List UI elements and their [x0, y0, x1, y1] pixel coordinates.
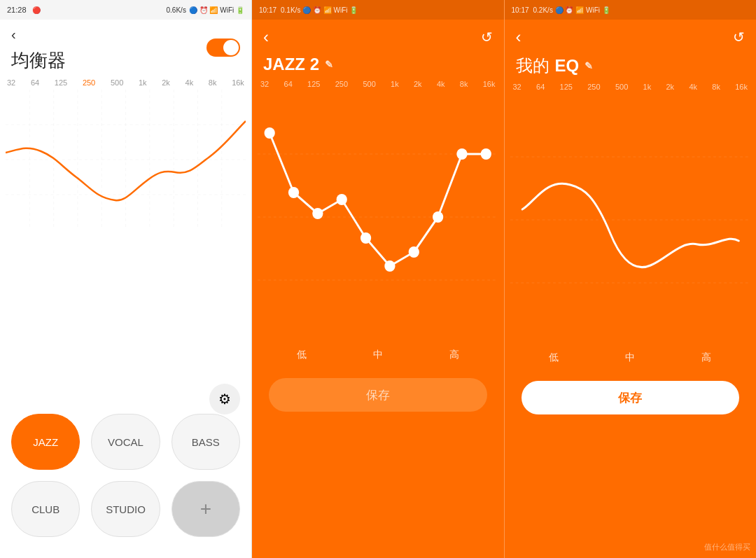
header-3: ‹ ↺ — [505, 20, 757, 55]
equalizer-toggle[interactable] — [206, 39, 240, 57]
panel-my-eq: 10:17 0.2K/s 🔵 ⏰ 📶 WiFi 🔋 ‹ ↺ 我的 EQ ✎ 32… — [505, 0, 757, 558]
reset-button-2[interactable]: ↺ — [481, 29, 493, 46]
preset-add[interactable]: + — [172, 481, 240, 537]
bottom-labels-3: 低 中 高 — [505, 346, 757, 370]
svg-point-19 — [360, 232, 371, 244]
status-network-1: 0.6K/s — [167, 6, 186, 14]
status-bar-1: 21:28 🔴 0.6K/s 🔵 ⏰ 📶 WiFi 🔋 — [0, 0, 251, 20]
eq-chart-3[interactable] — [505, 94, 757, 346]
status-time-3: 10:17 — [512, 6, 529, 14]
svg-point-15 — [265, 127, 275, 139]
eq-title-3: 我的 EQ ✎ — [505, 55, 757, 83]
svg-point-21 — [409, 246, 419, 258]
save-container-3: 保存 — [505, 375, 757, 431]
status-bar-3: 10:17 0.2K/s 🔵 ⏰ 📶 WiFi 🔋 — [505, 0, 757, 20]
bottom-labels-2: 低 中 高 — [252, 343, 504, 367]
status-time-1: 21:28 — [7, 6, 27, 14]
gear-icon: ⚙ — [218, 391, 231, 407]
status-icons-1: 🔴 — [32, 6, 41, 14]
preset-jazz[interactable]: JAZZ — [11, 414, 80, 470]
svg-point-17 — [312, 208, 323, 219]
status-time-2: 10:17 — [259, 6, 276, 14]
eq-chart-2[interactable] — [252, 91, 504, 343]
back-button-2[interactable]: ‹ — [263, 27, 269, 47]
svg-point-16 — [288, 187, 299, 198]
svg-point-20 — [384, 260, 395, 272]
save-button-3[interactable]: 保存 — [522, 381, 740, 414]
eq-title-2: JAZZ 2 ✎ — [252, 55, 504, 80]
svg-point-23 — [456, 148, 467, 160]
status-icons-2: 0.1K/s 🔵 ⏰ 📶 WiFi 🔋 — [281, 6, 358, 14]
save-container-2: 保存 — [252, 372, 504, 428]
status-bar-2: 10:17 0.1K/s 🔵 ⏰ 📶 WiFi 🔋 — [252, 0, 504, 20]
freq-labels-3: 32 64 125 250 500 1k 2k 4k 8k 16k — [505, 83, 757, 91]
header-2: ‹ ↺ — [252, 20, 504, 55]
preset-club[interactable]: CLUB — [11, 481, 80, 537]
preset-studio[interactable]: STUDIO — [91, 481, 160, 537]
watermark: 值什么值得买 — [704, 542, 750, 552]
panel-eq-settings: 21:28 🔴 0.6K/s 🔵 ⏰ 📶 WiFi 🔋 ‹ 均衡器 32 64 … — [0, 0, 252, 558]
svg-point-18 — [337, 194, 347, 205]
edit-icon-3[interactable]: ✎ — [584, 60, 593, 71]
preset-vocal[interactable]: VOCAL — [91, 414, 160, 470]
eq-chart-1 — [0, 90, 251, 230]
reset-button-3[interactable]: ↺ — [733, 29, 745, 46]
back-button-1[interactable]: ‹ — [11, 27, 16, 43]
edit-icon-2[interactable]: ✎ — [325, 59, 333, 70]
status-icons-3: 0.2K/s 🔵 ⏰ 📶 WiFi 🔋 — [533, 6, 610, 14]
presets-grid: JAZZ VOCAL BASS CLUB STUDIO + — [0, 407, 251, 544]
status-sys-icons-1: 🔵 ⏰ 📶 WiFi 🔋 — [189, 6, 244, 14]
back-button-3[interactable]: ‹ — [516, 27, 522, 47]
plus-icon: + — [200, 498, 211, 520]
svg-point-22 — [433, 211, 443, 223]
preset-bass[interactable]: BASS — [172, 414, 240, 470]
panel-jazz2: 10:17 0.1K/s 🔵 ⏰ 📶 WiFi 🔋 ‹ ↺ JAZZ 2 ✎ 3… — [252, 0, 505, 558]
freq-labels-1: 32 64 125 250 500 1k 2k 4k 8k 16k — [0, 78, 251, 87]
save-button-2[interactable]: 保存 — [269, 378, 487, 412]
freq-labels-2: 32 64 125 250 500 1k 2k 4k 8k 16k — [252, 80, 504, 88]
svg-point-24 — [481, 148, 491, 160]
